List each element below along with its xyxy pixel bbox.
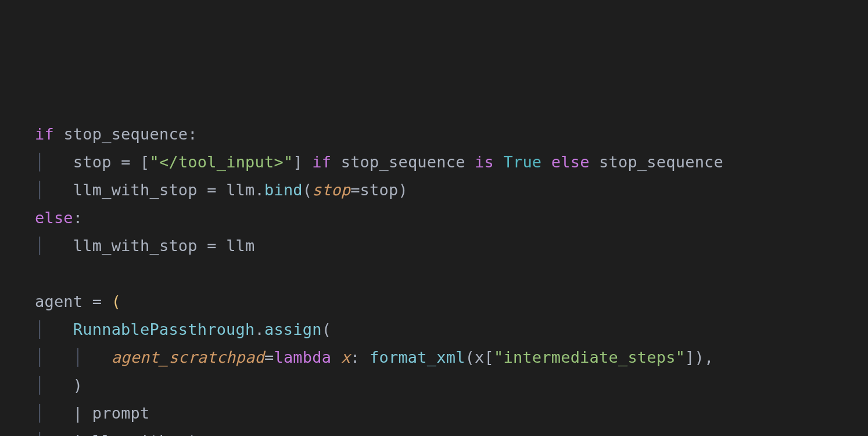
indent-guide: │ [35,181,73,199]
identifier: stop_sequence [341,153,465,171]
colon: : [73,209,83,227]
indent-guide: │ [35,376,73,394]
identifier: stop_sequence [63,125,188,143]
class-name: RunnablePassthrough [73,320,255,338]
indent-guide: │ [35,320,73,338]
identifier: llm_with_stop [92,432,217,436]
kwarg: stop [312,181,350,199]
paren-open: ( [112,292,121,310]
code-line: │ llm_with_stop = llm [35,232,868,260]
bracket: ] [293,153,302,171]
indent-guide: │ [35,432,73,436]
code-line: else: [35,204,868,232]
identifier: llm [226,181,254,199]
operator: = [350,181,360,199]
keyword-else: else [551,153,590,171]
identifier: llm_with_stop [73,181,198,199]
paren: ( [465,348,475,366]
code-line: │ stop = ["</tool_input>"] if stop_seque… [35,148,868,176]
operator: = [92,292,102,310]
keyword-lambda: lambda [274,348,331,366]
indent-guide: │ [35,237,73,255]
method-call: assign [264,320,322,338]
keyword-if: if [35,125,54,143]
operator: = [207,181,216,199]
paren: ) [398,181,407,199]
keyword-if: if [312,153,331,171]
operator-pipe: | [73,432,83,436]
string-literal: "intermediate_steps" [494,348,685,366]
code-line: │ RunnablePassthrough.assign( [35,316,868,344]
operator: = [207,237,216,255]
code-line: │ llm_with_stop = llm.bind(stop=stop) [35,176,868,204]
colon: : [188,125,197,143]
code-line: │ │ agent_scratchpad=lambda x: format_xm… [35,344,868,371]
code-line: │ | llm_with_stop [35,427,868,436]
keyword-else: else [35,209,73,227]
blank-line [35,260,868,288]
lambda-param: x [341,348,350,366]
identifier: stop [360,181,399,199]
operator: = [264,348,274,366]
indent-guide: │ [35,404,73,422]
bracket: ] [685,348,694,366]
identifier: stop_sequence [599,153,723,171]
identifier: x [475,348,484,366]
identifier: agent [35,292,83,310]
paren: ) [73,376,83,394]
kwarg: agent_scratchpad [112,348,264,366]
identifier: llm [226,237,254,255]
identifier: prompt [92,404,150,422]
code-line: if stop_sequence: [35,120,868,148]
code-block[interactable]: if stop_sequence:│ stop = ["</tool_input… [35,120,868,436]
dot: . [255,181,264,199]
constant-true: True [503,153,541,171]
indent-guide: │ │ [35,348,112,366]
paren: ( [322,320,331,338]
comma: , [704,348,713,366]
bracket: [ [140,153,149,171]
method-call: bind [264,181,303,199]
function-call: format_xml [370,348,465,366]
indent-guide: │ [35,153,73,171]
identifier: llm_with_stop [73,237,198,255]
keyword-is: is [475,153,494,171]
paren: ) [695,348,704,366]
code-line: agent = ( [35,288,868,316]
bracket: [ [485,348,494,366]
dot: . [254,320,264,338]
string-literal: "</tool_input>" [150,153,293,171]
colon: : [350,348,360,366]
operator-pipe: | [73,404,83,422]
paren: ( [303,181,312,199]
code-line: │ ) [35,371,868,399]
code-line: │ | prompt [35,399,868,427]
operator: = [121,153,130,171]
identifier: stop [73,153,112,171]
